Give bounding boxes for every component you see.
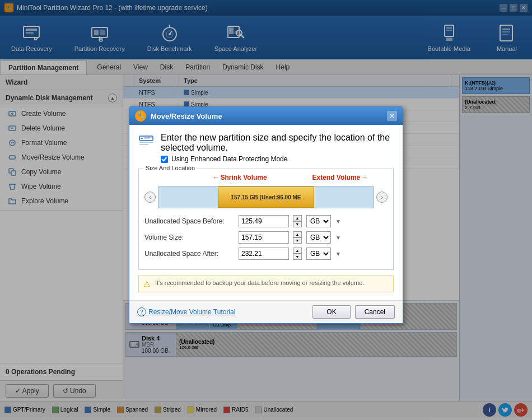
spin-up-1[interactable]: ▲ — [293, 215, 302, 221]
dialog-title: Move/Resize Volume — [151, 112, 222, 120]
enhanced-protect-checkbox[interactable] — [161, 156, 168, 163]
dialog-cancel-button[interactable]: Cancel — [355, 305, 395, 319]
dialog-description: Enter the new partition size and specify… — [138, 133, 394, 163]
spin-down-3[interactable]: ▼ — [293, 254, 302, 260]
size-location-section: Size And Location ← Shrink Volume Extend… — [138, 169, 394, 270]
unallocated-before-input[interactable] — [239, 215, 289, 227]
dialog-ok-button[interactable]: OK — [312, 305, 350, 319]
unit-arrow-3: ▼ — [335, 251, 341, 257]
partition-display: 157.15 GB (Used:96.00 ME — [231, 194, 301, 200]
spin-up-3[interactable]: ▲ — [293, 248, 302, 254]
move-resize-dialog: 🔧 Move/Resize Volume ✕ — [129, 106, 403, 324]
unallocated-before-spinner: ▲ ▼ — [293, 215, 302, 227]
unallocated-after-spinner: ▲ ▼ — [293, 248, 302, 260]
dialog-desc-text: Enter the new partition size and specify… — [161, 133, 394, 163]
extend-arrow-right: → — [361, 174, 368, 181]
unit-arrow-1: ▼ — [335, 218, 341, 225]
spin-down-2[interactable]: ▼ — [293, 237, 302, 244]
section-title: Size And Location — [143, 165, 197, 171]
tutorial-link[interactable]: ? Resize/Move Volume Tutorial — [137, 307, 235, 316]
volume-size-input[interactable] — [239, 231, 289, 244]
svg-rect-37 — [144, 137, 152, 138]
svg-rect-36 — [141, 138, 143, 139]
volume-size-row: Volume Size: ▲ ▼ GBMB ▼ — [144, 231, 388, 244]
volume-size-spinner: ▲ ▼ — [293, 231, 302, 244]
unit-select-3[interactable]: GBMB — [306, 248, 331, 260]
arrow-labels: ← Shrink Volume Extend Volume → — [144, 174, 388, 185]
volume-size-label: Volume Size: — [144, 234, 234, 241]
unallocated-after-label: Unallocated Space After: — [144, 250, 234, 258]
dialog-header-left: 🔧 Move/Resize Volume — [135, 110, 222, 122]
dialog-header: 🔧 Move/Resize Volume ✕ — [129, 107, 403, 125]
spin-down-1[interactable]: ▼ — [293, 221, 302, 227]
dialog-close-button[interactable]: ✕ — [387, 111, 397, 121]
partition-nav-left[interactable]: ‹ — [144, 192, 156, 203]
warning-text: It's recommended to backup your data bef… — [155, 279, 364, 286]
unit-select-1[interactable]: GBMB — [306, 215, 331, 227]
unallocated-before-label: Unallocated Space Before: — [144, 217, 234, 225]
shrink-arrow-left: ← — [213, 174, 220, 181]
svg-rect-38 — [144, 138, 150, 139]
dialog-checkbox-row: Using Enhanced Data Protecting Mode — [161, 155, 394, 163]
dialog-desc-main: Enter the new partition size and specify… — [161, 133, 394, 153]
dialog-footer: ? Resize/Move Volume Tutorial OK Cancel — [129, 300, 403, 323]
shrink-label: ← Shrink Volume — [213, 174, 267, 181]
svg-rect-34 — [139, 142, 153, 143]
partition-nav-right[interactable]: › — [376, 192, 388, 203]
svg-rect-35 — [139, 144, 148, 145]
dialog-overlay: 🔧 Move/Resize Volume ✕ — [0, 0, 532, 420]
tutorial-link-text: Resize/Move Volume Tutorial — [148, 308, 235, 316]
unit-select-2[interactable]: GBMB — [306, 231, 331, 244]
spin-up-2[interactable]: ▲ — [293, 231, 302, 237]
unallocated-before-row: Unallocated Space Before: ▲ ▼ GBMB ▼ — [144, 215, 388, 227]
partition-segment[interactable]: 157.15 GB (Used:96.00 ME — [218, 186, 315, 208]
unallocated-after-row: Unallocated Space After: ▲ ▼ GBMB ▼ — [144, 248, 388, 260]
unit-arrow-2: ▼ — [335, 235, 341, 241]
warning-icon: ⚠ — [143, 279, 151, 288]
enhanced-protect-label: Using Enhanced Data Protecting Mode — [171, 155, 287, 163]
extend-label: Extend Volume → — [312, 174, 368, 181]
partition-bar: ‹ 157.15 GB (Used:96.00 ME › — [144, 185, 388, 209]
dialog-warning: ⚠ It's recommended to backup your data b… — [138, 276, 394, 292]
partition-track: 157.15 GB (Used:96.00 ME — [158, 186, 374, 208]
dialog-action-buttons: OK Cancel — [312, 305, 395, 319]
dialog-desc-icon — [138, 134, 154, 147]
tutorial-link-icon: ? — [137, 307, 146, 316]
unallocated-after-input[interactable] — [239, 248, 289, 260]
dialog-icon: 🔧 — [135, 110, 146, 122]
dialog-body: Enter the new partition size and specify… — [129, 125, 403, 300]
